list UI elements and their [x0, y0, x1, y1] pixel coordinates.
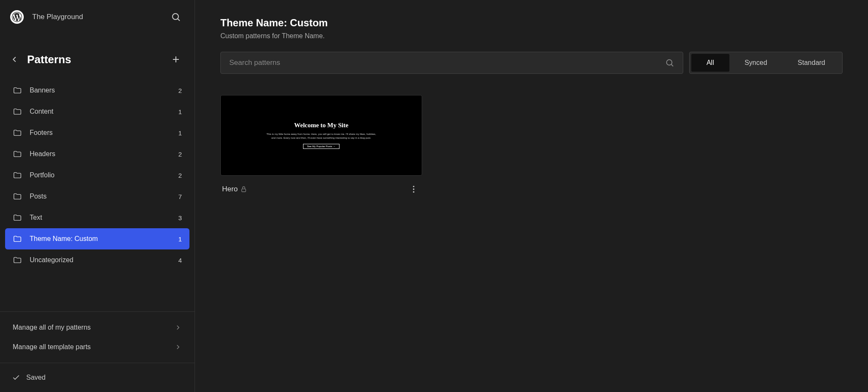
- category-item[interactable]: Content1: [5, 101, 189, 122]
- search-icon: [665, 58, 674, 67]
- category-label: Banners: [30, 87, 55, 94]
- category-count: 7: [178, 193, 182, 200]
- category-count: 2: [178, 172, 182, 179]
- category-label: Portfolio: [30, 171, 55, 179]
- folder-icon: [13, 213, 22, 222]
- pattern-card: Welcome to My SiteThis is my little home…: [220, 95, 422, 196]
- search-icon: [171, 12, 181, 22]
- category-item[interactable]: Headers2: [5, 143, 189, 165]
- saved-label: Saved: [26, 374, 45, 381]
- back-button[interactable]: [6, 51, 23, 68]
- category-label: Headers: [30, 150, 55, 158]
- category-list: Banners2Content1Footers1Headers2Portfoli…: [0, 76, 195, 308]
- more-vertical-icon: [409, 185, 418, 194]
- preview-button: See My Popular Posts →: [303, 144, 339, 149]
- category-item[interactable]: Footers1: [5, 122, 189, 143]
- controls-row: AllSyncedStandard: [220, 52, 843, 74]
- sidebar-header: The Playground: [0, 0, 195, 34]
- chevron-right-icon: [174, 324, 182, 331]
- panel-header: Patterns: [0, 34, 195, 76]
- category-count: 2: [178, 87, 182, 94]
- manage-link-label: Manage all template parts: [13, 343, 91, 351]
- category-item[interactable]: Banners2: [5, 80, 189, 101]
- svg-line-2: [178, 19, 180, 21]
- category-count: 1: [178, 129, 182, 137]
- open-command-palette-button[interactable]: [167, 8, 184, 25]
- chevron-right-icon: [174, 343, 182, 351]
- filter-tab-standard[interactable]: Standard: [782, 54, 840, 72]
- panel-title: Patterns: [27, 53, 167, 66]
- folder-icon: [13, 171, 22, 180]
- manage-link[interactable]: Manage all template parts: [5, 337, 189, 357]
- folder-icon: [13, 255, 22, 265]
- preview-body: This is my little home away from home. H…: [266, 132, 376, 140]
- svg-point-5: [667, 60, 672, 65]
- category-count: 1: [178, 235, 182, 243]
- folder-icon: [13, 149, 22, 159]
- preview-title: Welcome to My Site: [294, 122, 348, 129]
- svg-rect-7: [242, 189, 245, 192]
- category-item[interactable]: Uncategorized4: [5, 249, 189, 271]
- search-input[interactable]: [229, 59, 665, 67]
- folder-icon: [13, 86, 22, 95]
- sidebar: The Playground Patterns Banners2Content1…: [0, 0, 195, 392]
- pattern-grid: Welcome to My SiteThis is my little home…: [220, 95, 843, 196]
- chevron-left-icon: [10, 55, 19, 64]
- svg-point-1: [172, 14, 178, 20]
- category-label: Theme Name: Custom: [30, 235, 98, 243]
- svg-line-6: [671, 64, 673, 67]
- category-count: 2: [178, 151, 182, 158]
- pattern-actions-button[interactable]: [407, 182, 420, 196]
- svg-point-10: [413, 191, 414, 193]
- manage-link-label: Manage all of my patterns: [13, 324, 91, 331]
- category-item[interactable]: Text3: [5, 207, 189, 228]
- page-title: Theme Name: Custom: [220, 17, 843, 29]
- svg-point-8: [413, 186, 414, 187]
- plus-icon: [171, 54, 181, 64]
- create-pattern-button[interactable]: [167, 51, 184, 68]
- lock-icon: [240, 186, 247, 193]
- category-item[interactable]: Theme Name: Custom1: [5, 228, 189, 249]
- filter-tab-synced[interactable]: Synced: [729, 54, 782, 72]
- folder-icon: [13, 234, 22, 244]
- category-label: Footers: [30, 129, 53, 137]
- svg-point-9: [413, 188, 414, 190]
- folder-icon: [13, 128, 22, 137]
- category-count: 4: [178, 257, 182, 264]
- category-count: 3: [178, 214, 182, 221]
- folder-icon: [13, 192, 22, 201]
- pattern-preview[interactable]: Welcome to My SiteThis is my little home…: [220, 95, 422, 176]
- page-description: Custom patterns for Theme Name.: [220, 32, 843, 40]
- pattern-name[interactable]: Hero: [222, 185, 238, 193]
- manage-section: Manage all of my patternsManage all temp…: [0, 311, 195, 363]
- category-label: Text: [30, 214, 42, 221]
- pattern-footer: Hero: [220, 176, 422, 196]
- sync-filter-tabs: AllSyncedStandard: [689, 52, 843, 74]
- category-label: Content: [30, 108, 53, 115]
- category-label: Uncategorized: [30, 256, 73, 264]
- search-patterns-box[interactable]: [220, 52, 683, 74]
- filter-tab-all[interactable]: All: [691, 54, 729, 72]
- category-count: 1: [178, 108, 182, 115]
- site-title[interactable]: The Playground: [32, 13, 83, 21]
- check-icon: [12, 373, 20, 382]
- folder-icon: [13, 107, 22, 116]
- main-content: Theme Name: Custom Custom patterns for T…: [195, 0, 868, 392]
- manage-link[interactable]: Manage all of my patterns: [5, 318, 189, 337]
- category-item[interactable]: Posts7: [5, 186, 189, 207]
- save-status[interactable]: Saved: [0, 363, 195, 392]
- wordpress-logo-icon[interactable]: [10, 10, 24, 24]
- category-item[interactable]: Portfolio2: [5, 165, 189, 186]
- category-label: Posts: [30, 193, 47, 200]
